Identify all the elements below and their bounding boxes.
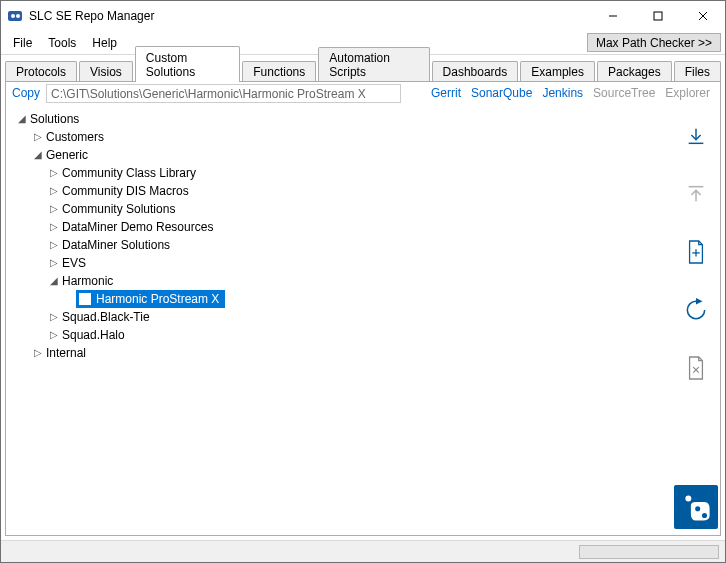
collapse-icon[interactable]: ▷ — [48, 236, 60, 254]
close-button[interactable] — [680, 1, 725, 31]
maximize-button[interactable] — [635, 1, 680, 31]
tree-label: DataMiner Demo Resources — [60, 218, 215, 236]
tree-selected-item: Harmonic ProStream X — [76, 290, 225, 308]
tab-functions[interactable]: Functions — [242, 61, 316, 82]
tab-files[interactable]: Files — [674, 61, 721, 82]
tree-label: Community DIS Macros — [60, 182, 191, 200]
max-path-checker-button[interactable]: Max Path Checker >> — [587, 33, 721, 52]
tree-label: DataMiner Solutions — [60, 236, 172, 254]
tree-label: Harmonic — [60, 272, 115, 290]
tab-visios[interactable]: Visios — [79, 61, 133, 82]
collapse-icon[interactable]: ▷ — [48, 308, 60, 326]
solution-icon — [78, 292, 92, 306]
tree-node-harmonic-prostream-x[interactable]: ▷ Harmonic ProStream X — [10, 290, 668, 308]
tree-label: Squad.Halo — [60, 326, 127, 344]
content-body: ◢Solutions ▷Customers ◢Generic ▷Communit… — [6, 104, 720, 535]
tree-label: Internal — [44, 344, 88, 362]
tree-label: Squad.Black-Tie — [60, 308, 152, 326]
tree-node-internal[interactable]: ▷Internal — [10, 344, 668, 362]
link-jenkins[interactable]: Jenkins — [542, 86, 583, 100]
tree-label: Community Class Library — [60, 164, 198, 182]
svg-point-14 — [702, 513, 707, 518]
tab-dashboards[interactable]: Dashboards — [432, 61, 519, 82]
tab-packages[interactable]: Packages — [597, 61, 672, 82]
tab-protocols[interactable]: Protocols — [5, 61, 77, 82]
tree-node-dataminer-demo-resources[interactable]: ▷DataMiner Demo Resources — [10, 218, 668, 236]
solutions-tree[interactable]: ◢Solutions ▷Customers ◢Generic ▷Communit… — [6, 104, 672, 535]
link-sonarqube[interactable]: SonarQube — [471, 86, 532, 100]
tab-automation-scripts[interactable]: Automation Scripts — [318, 47, 429, 82]
window-controls — [590, 1, 725, 31]
window-title: SLC SE Repo Manager — [29, 9, 590, 23]
tree-label: Generic — [44, 146, 90, 164]
expand-icon[interactable]: ◢ — [32, 146, 44, 164]
tree-node-harmonic[interactable]: ◢Harmonic — [10, 272, 668, 290]
link-sourcetree[interactable]: SourceTree — [593, 86, 655, 100]
tab-strip: Protocols Visios Custom Solutions Functi… — [1, 55, 725, 81]
tab-examples[interactable]: Examples — [520, 61, 595, 82]
collapse-icon[interactable]: ▷ — [48, 326, 60, 344]
collapse-icon[interactable]: ▷ — [48, 182, 60, 200]
action-panel — [672, 104, 720, 535]
tree-node-squad-black-tie[interactable]: ▷Squad.Black-Tie — [10, 308, 668, 326]
app-icon — [7, 8, 23, 24]
collapse-icon[interactable]: ▷ — [48, 218, 60, 236]
collapse-icon[interactable]: ▷ — [32, 128, 44, 146]
menu-file[interactable]: File — [5, 31, 40, 54]
expand-icon[interactable]: ◢ — [16, 110, 28, 128]
link-gerrit[interactable]: Gerrit — [431, 86, 461, 100]
tree-node-community-dis-macros[interactable]: ▷Community DIS Macros — [10, 182, 668, 200]
progress-bar — [579, 545, 719, 559]
tab-custom-solutions[interactable]: Custom Solutions — [135, 46, 240, 82]
tree-node-dataminer-solutions[interactable]: ▷DataMiner Solutions — [10, 236, 668, 254]
expand-icon[interactable]: ◢ — [48, 272, 60, 290]
tree-node-generic[interactable]: ◢Generic — [10, 146, 668, 164]
external-links: Gerrit SonarQube Jenkins SourceTree Expl… — [431, 86, 716, 100]
tree-label: Solutions — [28, 110, 81, 128]
collapse-icon[interactable]: ▷ — [48, 164, 60, 182]
link-explorer[interactable]: Explorer — [665, 86, 710, 100]
delete-file-button[interactable] — [678, 350, 714, 386]
no-expand-icon: ▷ — [64, 290, 76, 308]
status-bar — [1, 540, 725, 562]
tree-label: EVS — [60, 254, 88, 272]
upload-button[interactable] — [678, 176, 714, 212]
tree-node-solutions[interactable]: ◢Solutions — [10, 110, 668, 128]
svg-rect-4 — [654, 12, 662, 20]
new-file-button[interactable] — [678, 234, 714, 270]
download-button[interactable] — [678, 118, 714, 154]
path-row: Copy C:\GIT\Solutions\Generic\Harmonic\H… — [6, 82, 720, 104]
tree-label: Community Solutions — [60, 200, 177, 218]
svg-point-13 — [695, 506, 700, 511]
copy-link[interactable]: Copy — [10, 86, 42, 100]
svg-point-2 — [16, 14, 20, 18]
tree-node-customers[interactable]: ▷Customers — [10, 128, 668, 146]
svg-point-1 — [11, 14, 15, 18]
svg-point-12 — [685, 496, 691, 502]
tree-node-community-solutions[interactable]: ▷Community Solutions — [10, 200, 668, 218]
title-bar: SLC SE Repo Manager — [1, 1, 725, 31]
brand-logo-button[interactable] — [674, 485, 718, 529]
menu-help[interactable]: Help — [84, 31, 125, 54]
refresh-button[interactable] — [678, 292, 714, 328]
tree-node-evs[interactable]: ▷EVS — [10, 254, 668, 272]
collapse-icon[interactable]: ▷ — [48, 200, 60, 218]
path-input[interactable]: C:\GIT\Solutions\Generic\Harmonic\Harmon… — [46, 84, 401, 103]
minimize-button[interactable] — [590, 1, 635, 31]
tree-node-community-class-library[interactable]: ▷Community Class Library — [10, 164, 668, 182]
tab-content: Copy C:\GIT\Solutions\Generic\Harmonic\H… — [5, 81, 721, 536]
collapse-icon[interactable]: ▷ — [32, 344, 44, 362]
menu-tools[interactable]: Tools — [40, 31, 84, 54]
tree-label: Customers — [44, 128, 106, 146]
tree-node-squad-halo[interactable]: ▷Squad.Halo — [10, 326, 668, 344]
collapse-icon[interactable]: ▷ — [48, 254, 60, 272]
tree-label: Harmonic ProStream X — [96, 290, 219, 308]
